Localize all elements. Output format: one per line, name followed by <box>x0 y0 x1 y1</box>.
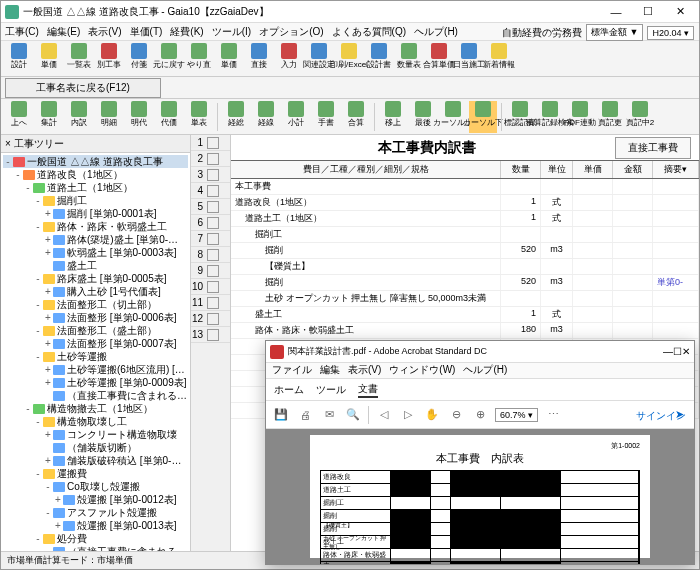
pdf-menu-item[interactable]: 表示(V) <box>348 363 381 378</box>
toolbar2-button[interactable]: 積算記録検索 <box>536 101 564 133</box>
row-checkbox[interactable] <box>207 137 219 149</box>
grid-row[interactable]: 3 <box>191 167 230 183</box>
toolbar2-button[interactable]: 小計 <box>282 101 310 133</box>
back-button[interactable]: 工事名表に戻る(F12) <box>5 78 161 98</box>
tree-expander[interactable]: + <box>43 233 53 246</box>
tree-item[interactable]: 盛土工 <box>3 259 188 272</box>
tree-item[interactable]: -路床盛土 [単第0-0005表] <box>3 272 188 285</box>
grid-row[interactable]: 13 <box>191 327 230 343</box>
row-checkbox[interactable] <box>207 313 219 325</box>
pdf-close-button[interactable]: ✕ <box>682 346 690 357</box>
table-row[interactable]: 道路改良（1地区）1式 <box>231 195 699 211</box>
tree-item[interactable]: +掘削 [単第0-0001表] <box>3 207 188 220</box>
grid-row[interactable]: 9 <box>191 263 230 279</box>
tree-item[interactable]: -道路改良（1地区） <box>3 168 188 181</box>
toolbar2-button[interactable]: 明細 <box>95 101 123 133</box>
menu-item[interactable]: 経費(K) <box>170 25 203 39</box>
toolbar-button[interactable]: 新着情報 <box>485 43 513 75</box>
toolbar2-button[interactable]: 頁記更 <box>596 101 624 133</box>
toolbar-button[interactable]: 設計 <box>5 43 33 75</box>
row-checkbox[interactable] <box>207 217 219 229</box>
tree-expander[interactable]: - <box>13 168 23 181</box>
tree-expander[interactable]: + <box>43 285 53 298</box>
toolbar2-button[interactable]: カーソル下 <box>469 101 497 133</box>
table-row[interactable]: 【礫質土】 <box>231 259 699 275</box>
pdf-next-icon[interactable]: ▷ <box>399 406 417 424</box>
toolbar-button[interactable]: 別工事 <box>95 43 123 75</box>
tree-expander[interactable]: - <box>33 350 43 363</box>
table-row[interactable]: 掘削工 <box>231 227 699 243</box>
pdf-print-icon[interactable]: 🖨 <box>296 406 314 424</box>
tree-item[interactable]: +法面整形 [単第0-0006表] <box>3 311 188 324</box>
tree-item[interactable]: -道路土工（1地区） <box>3 181 188 194</box>
tree-expander[interactable]: - <box>33 298 43 311</box>
tree-item[interactable]: -土砂等運搬 <box>3 350 188 363</box>
row-checkbox[interactable] <box>207 281 219 293</box>
tree-item[interactable]: -構造物取壊し工 <box>3 415 188 428</box>
toolbar-button[interactable]: 単価 <box>215 43 243 75</box>
pdf-maximize-button[interactable]: ☐ <box>673 346 682 357</box>
tree-item[interactable]: +軟弱盛土 [単第0-0003表] <box>3 246 188 259</box>
toolbar-button[interactable]: 入力 <box>275 43 303 75</box>
tree-item[interactable]: +殻運搬 [単第0-0013表] <box>3 519 188 532</box>
minimize-button[interactable]: — <box>601 3 631 21</box>
tree-item[interactable]: +コンクリート構造物取壊 <box>3 428 188 441</box>
tree-item[interactable]: +土砂等運搬(6地区流用) [… <box>3 363 188 376</box>
row-checkbox[interactable] <box>207 233 219 245</box>
toolbar-button[interactable]: 付箋 <box>125 43 153 75</box>
grid-row[interactable]: 2 <box>191 151 230 167</box>
pdf-hand-icon[interactable]: ✋ <box>423 406 441 424</box>
tree-item[interactable]: -路体・路床・軟弱盛土工 <box>3 220 188 233</box>
tree-item[interactable]: +法面整形 [単第0-0007表] <box>3 337 188 350</box>
tree-body[interactable]: -一般国道 △△線 道路改良工事-道路改良（1地区）-道路土工（1地区）-掘削工… <box>1 153 190 551</box>
close-button[interactable]: ✕ <box>665 3 695 21</box>
toolbar-button[interactable]: 合算単価 <box>425 43 453 75</box>
table-row[interactable]: 本工事費 <box>231 179 699 195</box>
toolbar-button[interactable]: やり直 <box>185 43 213 75</box>
toolbar2-button[interactable]: 代価 <box>155 101 183 133</box>
toolbar-button[interactable]: 直接 <box>245 43 273 75</box>
tree-expander[interactable]: + <box>43 363 53 376</box>
tree-expander[interactable]: + <box>43 337 53 350</box>
pdf-prev-icon[interactable]: ◁ <box>375 406 393 424</box>
tree-item[interactable]: -処分費 <box>3 532 188 545</box>
pdf-tab[interactable]: 文書 <box>358 382 378 398</box>
pdf-menu-item[interactable]: ファイル <box>272 363 312 378</box>
tree-expander[interactable]: + <box>53 519 63 532</box>
table-row[interactable]: 道路土工（1地区）1式 <box>231 211 699 227</box>
tree-item[interactable]: +路体(築堤)盛土 [単第0-… <box>3 233 188 246</box>
toolbar2-button[interactable]: 手書 <box>312 101 340 133</box>
tree-expander[interactable]: + <box>43 246 53 259</box>
tree-expander[interactable]: - <box>43 480 53 493</box>
row-checkbox[interactable] <box>207 265 219 277</box>
table-row[interactable]: 盛土工1式 <box>231 307 699 323</box>
toolbar-button[interactable]: 数量表 <box>395 43 423 75</box>
toolbar-button[interactable]: 設計書 <box>365 43 393 75</box>
menu-item[interactable]: 単価(T) <box>130 25 163 39</box>
toolbar2-button[interactable]: PDF連動 <box>566 101 594 133</box>
toolbar2-button[interactable]: 明代 <box>125 101 153 133</box>
toolbar2-button[interactable]: 内訳 <box>65 101 93 133</box>
pdf-tab[interactable]: ツール <box>316 383 346 397</box>
tree-expander[interactable]: - <box>3 155 13 168</box>
menu-item[interactable]: 工事(C) <box>5 25 39 39</box>
toolbar2-button[interactable]: 集計 <box>35 101 63 133</box>
tree-expander[interactable]: - <box>33 415 43 428</box>
toolbar-button[interactable]: 日当施工 <box>455 43 483 75</box>
tree-item[interactable]: （舗装版切断） <box>3 441 188 454</box>
tree-item[interactable]: -運搬費 <box>3 467 188 480</box>
table-row[interactable]: 土砂 オープンカット 押土無し 障害無し 50,000m3未満 <box>231 291 699 307</box>
direct-cost-button[interactable]: 直接工事費 <box>615 137 691 159</box>
maximize-button[interactable]: ☐ <box>633 3 663 21</box>
tree-expander[interactable]: + <box>43 311 53 324</box>
toolbar2-button[interactable]: 移上 <box>379 101 407 133</box>
menu-item[interactable]: ヘルプ(H) <box>414 25 458 39</box>
toolbar-button[interactable]: 単価 <box>35 43 63 75</box>
pdf-menu-item[interactable]: ヘルプ(H) <box>463 363 507 378</box>
tree-item[interactable]: -アスファルト殻運搬 <box>3 506 188 519</box>
pdf-tool-extra[interactable]: ⋯ <box>544 406 562 424</box>
tree-expander[interactable]: - <box>33 220 43 233</box>
col-note[interactable]: 摘要▾ <box>653 161 699 178</box>
tree-expander[interactable]: - <box>43 506 53 519</box>
grid-row[interactable]: 8 <box>191 247 230 263</box>
